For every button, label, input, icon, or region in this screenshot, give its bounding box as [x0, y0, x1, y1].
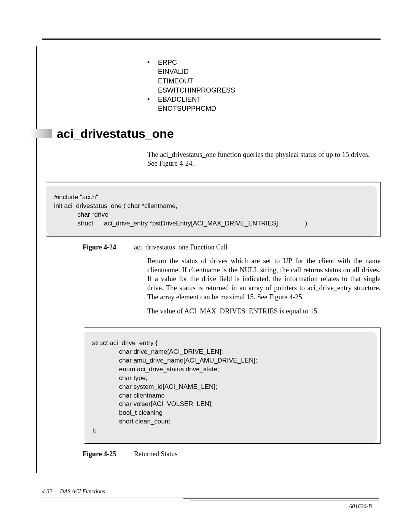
page-number: 4-32 — [42, 488, 53, 495]
code-block: #include "aci.h" init aci_drivestatus_on… — [46, 186, 377, 236]
document-id: 601626-B — [349, 503, 372, 510]
heading-marker-icon — [31, 129, 52, 138]
code-block: struct aci_drive_entry { char drive_name… — [84, 332, 377, 443]
error-code: EBADCLIENT — [158, 95, 201, 104]
bullet-icon: • — [147, 58, 158, 67]
figure-text: aci_drivestatus_one Function Call — [134, 243, 228, 251]
section-heading: aci_drivestatus_one — [31, 127, 381, 141]
body-paragraph: Return the status of drives which are se… — [147, 257, 381, 302]
figure-caption: Figure 4-24 aci_drivestatus_one Function… — [83, 243, 381, 251]
content-area: • ERPC EINVALID ETIMEOUT ESWITCHINPROGRE… — [36, 46, 381, 473]
footer-rule: 601626-B — [42, 497, 379, 497]
error-code: ERPC — [158, 58, 177, 67]
top-rule — [42, 38, 381, 40]
body-paragraph: The value of ACI_MAX_DRIVES_ENTRIES is e… — [147, 307, 381, 316]
figure-caption: Figure 4-25 Returned Status — [83, 450, 381, 458]
error-code-list: • ERPC EINVALID ETIMEOUT ESWITCHINPROGRE… — [147, 58, 381, 113]
figure-text: Returned Status — [134, 450, 178, 458]
section-title: aci_drivestatus_one — [57, 127, 174, 141]
figure-label: Figure 4-24 — [83, 243, 134, 251]
figure-label: Figure 4-25 — [83, 450, 134, 458]
code-figure-frame: #include "aci.h" init aci_drivestatus_on… — [46, 182, 381, 237]
section-description: The aci_drivestatus_one function queries… — [147, 150, 381, 168]
list-item: • EBADCLIENT — [147, 95, 381, 104]
page-footer: 4-32 DAS ACI Functions 601626-B — [36, 488, 381, 497]
code-figure-frame: struct aci_drive_entry { char drive_name… — [84, 328, 381, 444]
error-code: ENOTSUPPHCMD — [158, 104, 381, 113]
error-code: ESWITCHINPROGRESS — [158, 86, 381, 95]
error-code: ETIMEOUT — [158, 77, 381, 86]
error-code: EINVALID — [158, 67, 381, 76]
page: • ERPC EINVALID ETIMEOUT ESWITCHINPROGRE… — [0, 0, 411, 532]
bullet-icon: • — [147, 95, 158, 104]
chapter-title: DAS ACI Functions — [60, 488, 105, 495]
list-item: • ERPC — [147, 58, 381, 67]
